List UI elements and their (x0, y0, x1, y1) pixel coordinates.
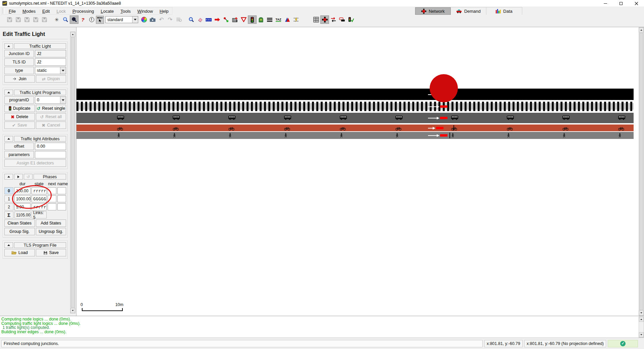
duplicate-program-button[interactable]: Duplicate (4, 105, 35, 112)
bus-lane[interactable] (76, 113, 634, 123)
scroll-down-button[interactable] (70, 308, 75, 313)
menu-file[interactable]: File (5, 7, 19, 14)
scrollbar-thumb[interactable] (639, 33, 643, 310)
menu-locate[interactable]: Locate (97, 7, 117, 14)
maximize-button[interactable] (613, 0, 629, 7)
save-program-file-button[interactable]: Save (36, 249, 66, 256)
railway-track[interactable] (76, 102, 634, 111)
menu-modes[interactable]: Modes (19, 7, 39, 14)
canvas-scrollbar[interactable] (639, 27, 644, 316)
new-network-button[interactable] (5, 15, 14, 24)
menu-tools[interactable]: Tools (117, 7, 134, 14)
lanes-mode-button[interactable] (265, 15, 274, 24)
play-phases-button[interactable] (14, 174, 23, 180)
reset-phases-button[interactable]: ↺ (24, 174, 33, 180)
scroll-up-button[interactable] (639, 28, 644, 33)
type-combo[interactable]: static (35, 67, 66, 74)
inspect-mode-button[interactable] (187, 15, 196, 24)
signal-marker[interactable] (428, 105, 447, 108)
phase-name-cell[interactable] (57, 203, 66, 210)
grid-button[interactable] (312, 15, 320, 24)
menu-window[interactable]: Window (134, 7, 156, 14)
phase-state-cell[interactable]: rrrrr (32, 187, 47, 194)
undo-button[interactable]: ↶ (157, 15, 166, 24)
load-program-button[interactable]: Load (4, 249, 35, 256)
phase-name-cell[interactable] (57, 187, 66, 194)
join-junctions-button[interactable] (338, 15, 346, 24)
shape-mode-button[interactable] (283, 15, 291, 24)
scroll-down-button[interactable] (639, 310, 644, 315)
tab-network[interactable]: Network (415, 7, 451, 15)
screenshot-button[interactable] (148, 15, 157, 24)
help-button[interactable]: ? (78, 15, 87, 24)
save-as-button[interactable] (40, 15, 49, 24)
sidewalk[interactable] (76, 132, 634, 139)
scroll-up-button[interactable] (70, 32, 75, 37)
delete-program-button[interactable]: ✖Delete (4, 113, 35, 120)
log-scrollbar[interactable] (639, 316, 644, 338)
phase-index[interactable]: 2 (4, 203, 13, 210)
type-combo-arrow[interactable] (60, 67, 66, 74)
collapse-traffic-light-button[interactable] (4, 43, 13, 49)
geo-tools-button[interactable] (174, 15, 183, 24)
combo-arrow[interactable] (132, 16, 138, 23)
menu-processing[interactable]: Processing (69, 7, 97, 14)
menu-hamburger-button[interactable]: MENU (96, 16, 104, 24)
tls-id-field[interactable] (35, 58, 66, 66)
delete-mode-button[interactable] (196, 15, 204, 24)
open-configuration-button[interactable] (22, 15, 31, 24)
options-button[interactable]: ✳ (52, 15, 61, 24)
zoom-region-button[interactable] (70, 15, 78, 24)
collapse-phases-button[interactable] (4, 174, 13, 180)
phase-dur-cell[interactable]: 1000.00 (14, 195, 31, 202)
clean-junctions-button[interactable] (329, 15, 338, 24)
taz-mode-button[interactable]: TAZ (274, 15, 283, 24)
warnings-button[interactable]: ! (87, 15, 96, 24)
phase-state-cell[interactable]: GGGGG (32, 195, 47, 202)
adjust-traffic-lights-button[interactable] (346, 15, 355, 24)
phase-dur-cell[interactable]: 100.00 (14, 187, 31, 194)
additional-mode-button[interactable]: H (257, 15, 265, 24)
phase-index[interactable]: 0 (4, 187, 13, 194)
phase-name-cell[interactable] (57, 195, 66, 202)
color-scheme-button[interactable] (140, 15, 148, 24)
menu-help[interactable]: Help (156, 7, 172, 14)
move-mode-button[interactable] (213, 15, 222, 24)
signal-marker[interactable] (428, 116, 447, 119)
program-id-combo[interactable]: 0 (35, 96, 66, 104)
signal-marker[interactable] (428, 134, 447, 137)
minimize-button[interactable] (598, 0, 613, 7)
menu-edit[interactable]: Edit (39, 7, 53, 14)
rail-corridor-edge[interactable] (76, 89, 634, 100)
phase-index[interactable]: 1 (4, 195, 13, 202)
add-states-button[interactable]: Add States (36, 219, 66, 227)
reset-single-button[interactable]: ↺Reset single (36, 105, 66, 112)
zoom-extents-button[interactable] (61, 15, 70, 24)
phase-state-cell[interactable]: rrrrr (32, 203, 47, 210)
scroll-down-button[interactable] (639, 332, 644, 337)
signal-marker[interactable] (428, 127, 443, 130)
phase-next-cell[interactable] (48, 187, 56, 194)
traffic-light-mode-button[interactable] (248, 15, 257, 24)
collapse-program-file-button[interactable] (4, 242, 13, 248)
view-preset-combo[interactable]: standard (105, 16, 138, 23)
menubar-grip[interactable] (3, 8, 4, 14)
phase-dur-cell[interactable]: 5.00 (14, 203, 31, 210)
program-id-combo-arrow[interactable] (60, 97, 66, 103)
scrollbar-thumb[interactable] (71, 37, 75, 308)
parameters-field[interactable] (35, 151, 66, 158)
open-network-button[interactable] (14, 15, 22, 24)
redo-button[interactable]: ↷ (166, 15, 174, 24)
compute-junctions-button[interactable] (320, 15, 329, 24)
collapse-programs-button[interactable] (4, 90, 13, 95)
panel-scrollbar[interactable] (70, 32, 75, 313)
join-button[interactable]: Join (4, 75, 35, 83)
status-ok-indicator[interactable]: ✓ (608, 340, 638, 347)
phase-next-cell[interactable] (48, 195, 56, 202)
save-network-button[interactable] (31, 15, 40, 24)
crossing-mode-button[interactable] (230, 15, 239, 24)
prohibition-mode-button[interactable] (239, 15, 248, 24)
group-signals-button[interactable]: Group Sig. (4, 228, 35, 235)
offset-field[interactable] (35, 143, 66, 150)
collapse-attributes-button[interactable] (4, 136, 13, 142)
